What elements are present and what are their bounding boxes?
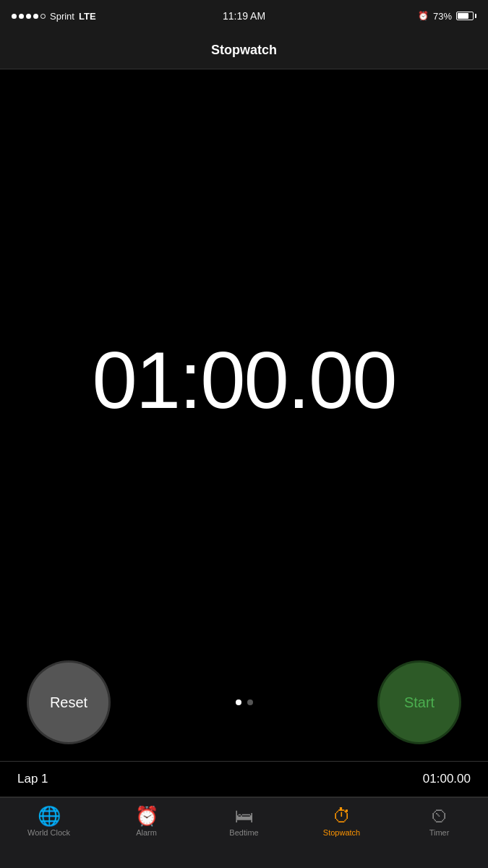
tab-bedtime[interactable]: 🛏 Bedtime: [195, 805, 293, 837]
carrier-name: Sprint: [50, 11, 74, 22]
tab-alarm[interactable]: ⏰ Alarm: [98, 805, 195, 837]
signal-dot-2: [19, 14, 24, 19]
buttons-row: Reset Start: [0, 663, 488, 742]
world-clock-icon: 🌐: [38, 807, 61, 825]
alarm-icon: ⏰: [135, 807, 158, 825]
signal-dot-3: [26, 14, 31, 19]
tab-timer-label: Timer: [429, 828, 450, 837]
timer-value: 01:00.00: [93, 340, 396, 421]
bedtime-icon: 🛏: [235, 807, 254, 825]
tab-stopwatch[interactable]: ⏱ Stopwatch: [293, 805, 390, 837]
page-dot-1: [236, 699, 241, 705]
tab-bedtime-label: Bedtime: [229, 828, 258, 837]
lap-time: 01:00.00: [423, 772, 471, 786]
page-title: Stopwatch: [211, 43, 277, 58]
tab-timer[interactable]: ⏲ Timer: [390, 805, 488, 837]
timer-display: 01:00.00: [93, 69, 396, 663]
status-left: Sprint LTE: [12, 11, 96, 22]
main-content: 01:00.00 Reset Start Lap 1 01:00.00: [0, 69, 488, 797]
start-button[interactable]: Start: [380, 663, 459, 742]
status-right: ⏰ 73%: [418, 11, 476, 22]
lap-label: Lap 1: [17, 772, 48, 786]
battery-icon: [456, 12, 476, 20]
battery-tip: [475, 14, 476, 18]
tab-stopwatch-label: Stopwatch: [323, 828, 360, 837]
signal-dot-4: [33, 14, 38, 19]
table-row: Lap 1 01:00.00: [0, 762, 488, 797]
stopwatch-icon: ⏱: [333, 807, 351, 825]
network-type: LTE: [79, 11, 96, 22]
tab-bar: 🌐 World Clock ⏰ Alarm 🛏 Bedtime ⏱ Stopwa…: [0, 797, 488, 868]
nav-bar: Stopwatch: [0, 32, 488, 69]
reset-button[interactable]: Reset: [29, 663, 108, 742]
battery-body: [456, 12, 474, 20]
tab-world-clock[interactable]: 🌐 World Clock: [0, 805, 98, 837]
alarm-status-icon: ⏰: [418, 11, 429, 21]
lap-list: Lap 1 01:00.00: [0, 761, 488, 797]
battery-fill: [458, 13, 468, 19]
tab-alarm-label: Alarm: [136, 828, 157, 837]
signal-dot-1: [12, 14, 17, 19]
battery-percentage: 73%: [433, 11, 452, 22]
status-bar: Sprint LTE 11:19 AM ⏰ 73%: [0, 0, 488, 32]
timer-icon: ⏲: [430, 807, 449, 825]
status-time: 11:19 AM: [223, 10, 265, 22]
page-dots: [236, 699, 253, 705]
controls-area: Reset Start: [0, 663, 488, 761]
page-dot-2: [247, 699, 253, 705]
tab-world-clock-label: World Clock: [27, 828, 70, 837]
signal-dot-5: [40, 14, 46, 19]
signal-dots: [12, 14, 46, 19]
